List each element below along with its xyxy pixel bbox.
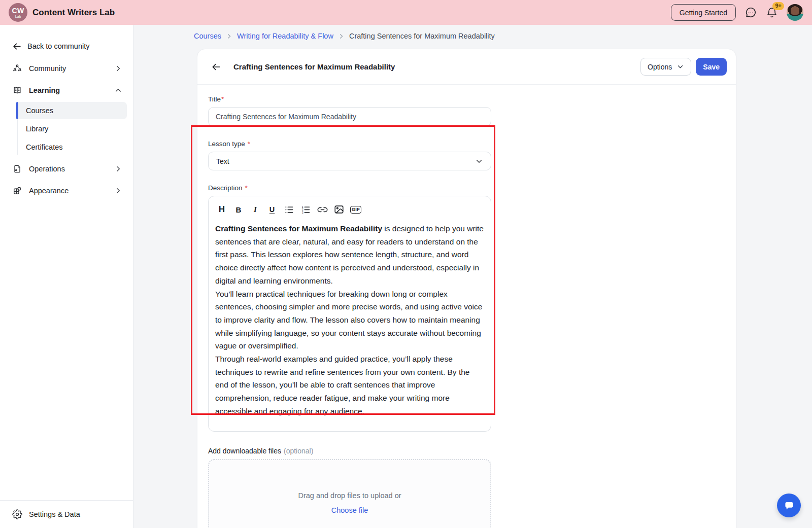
chevron-right-icon (226, 33, 232, 40)
underline-icon[interactable]: U (265, 203, 279, 216)
back-label: Back to community (27, 42, 90, 50)
image-icon[interactable] (332, 203, 346, 216)
description-text[interactable]: Crafting Sentences for Maximum Readabili… (209, 221, 491, 418)
notification-count-badge: 9+ (772, 2, 784, 10)
description-rich-text-editor[interactable]: H B I U (208, 196, 491, 432)
bullet-list-icon[interactable] (282, 203, 296, 216)
back-arrow-icon (12, 42, 22, 51)
learning-subnav: Courses Library Certificates (16, 102, 127, 156)
sidebar-item-learning[interactable]: Learning (0, 79, 133, 101)
logo-text: CW (12, 7, 24, 14)
save-button[interactable]: Save (696, 58, 727, 76)
options-button[interactable]: Options (640, 58, 691, 76)
learning-book-icon (12, 85, 22, 95)
community-icon (12, 63, 22, 74)
sidebar-item-appearance[interactable]: Appearance (0, 180, 133, 201)
chevron-down-icon (475, 157, 483, 165)
required-asterisk: * (221, 95, 224, 103)
lesson-editor-card: Crafting Sentences for Maximum Readabili… (197, 49, 736, 528)
back-button[interactable] (211, 62, 221, 72)
gif-icon[interactable]: GIF (349, 203, 363, 216)
sidebar-item-label: Learning (29, 86, 60, 94)
sidebar-item-library[interactable]: Library (16, 120, 127, 137)
downloadable-files-label: Add downloadable files (optional) (208, 447, 502, 455)
dropzone-text: Drag and drop files to upload or (298, 491, 401, 500)
app-title: Content Writers Lab (32, 8, 115, 18)
sidebar-item-label: Operations (29, 165, 65, 173)
gear-icon (12, 509, 22, 519)
sidebar-item-courses[interactable]: Courses (16, 102, 127, 119)
sidebar-item-label: Appearance (29, 187, 69, 195)
description-paragraph-text: is designed to help you write sentences … (215, 224, 484, 285)
bold-icon[interactable]: B (231, 203, 246, 216)
sidebar-item-certificates[interactable]: Certificates (16, 138, 127, 156)
description-label-text: Description (208, 184, 243, 192)
breadcrumb-courses-link[interactable]: Courses (194, 32, 221, 40)
numbered-list-icon[interactable]: 1 2 3 (298, 203, 313, 216)
description-field-label: Description* (208, 184, 502, 192)
main-content: Courses Writing for Readability & Flow C… (133, 25, 812, 528)
chevron-right-icon (114, 64, 122, 73)
page-title: Crafting Sentences for Maximum Readabili… (233, 62, 395, 71)
description-paragraph: Through real-world examples and guided p… (215, 353, 484, 418)
heading-icon[interactable]: H (215, 203, 229, 216)
lesson-type-field-label: Lesson type* (208, 140, 502, 148)
description-paragraph: Crafting Sentences for Maximum Readabili… (215, 222, 484, 288)
lesson-type-label-text: Lesson type (208, 140, 245, 148)
chevron-right-icon (114, 187, 122, 195)
chevron-down-icon (676, 63, 684, 71)
lesson-type-value: Text (216, 157, 229, 165)
required-asterisk: * (245, 184, 248, 192)
notifications-button[interactable]: 9+ (766, 7, 778, 19)
subitem-label: Library (26, 125, 48, 133)
choose-file-link[interactable]: Choose file (331, 506, 368, 514)
file-dropzone[interactable]: Drag and drop files to upload or Choose … (208, 459, 491, 528)
lesson-type-select[interactable]: Text (208, 152, 491, 170)
chat-bubble-icon (783, 499, 796, 512)
lesson-form: Title* Lesson type* Text Description* (197, 85, 502, 528)
svg-text:3: 3 (301, 210, 303, 214)
header-actions: Getting Started 9+ (671, 4, 803, 21)
breadcrumb-course-link[interactable]: Writing for Readability & Flow (237, 32, 333, 40)
chat-widget-button[interactable] (777, 494, 801, 517)
chevron-right-icon (338, 33, 345, 40)
appearance-layout-icon (12, 186, 22, 196)
getting-started-button[interactable]: Getting Started (671, 4, 736, 21)
chevron-up-icon (114, 86, 122, 94)
required-asterisk: * (248, 140, 250, 148)
messages-button[interactable] (745, 6, 757, 19)
subitem-label: Courses (26, 107, 53, 115)
operations-document-icon (12, 164, 22, 174)
chat-bubble-icon (745, 6, 757, 19)
sidebar-item-label: Community (29, 64, 66, 73)
description-bold-lead: Crafting Sentences for Maximum Readabili… (215, 224, 382, 233)
logo-subtext: Lab (15, 15, 21, 18)
subitem-label: Certificates (26, 143, 63, 151)
breadcrumb: Courses Writing for Readability & Flow C… (194, 32, 495, 40)
card-header: Crafting Sentences for Maximum Readabili… (197, 49, 736, 85)
sidebar-item-operations[interactable]: Operations (0, 158, 133, 180)
settings-and-data-link[interactable]: Settings & Data (0, 500, 133, 528)
editor-toolbar: H B I U (209, 203, 491, 221)
sidebar-nav: Community Learning (0, 57, 133, 201)
gif-label: GIF (350, 206, 362, 214)
title-input[interactable] (208, 107, 491, 126)
description-paragraph: You’ll learn practical techniques for br… (215, 288, 484, 353)
italic-icon[interactable]: I (248, 203, 262, 216)
sidebar: Back to community Community (0, 25, 133, 528)
settings-label: Settings & Data (29, 510, 80, 518)
app-logo: CW Lab (9, 3, 27, 22)
back-to-community-link[interactable]: Back to community (12, 39, 121, 53)
files-optional-note: (optional) (284, 447, 313, 455)
options-label: Options (648, 63, 672, 71)
chevron-right-icon (114, 165, 122, 173)
title-field-label: Title* (208, 95, 502, 103)
card-actions: Options Save (640, 58, 727, 76)
files-label-text: Add downloadable files (208, 447, 281, 455)
user-avatar[interactable] (787, 4, 803, 21)
title-label-text: Title (208, 95, 221, 103)
link-icon[interactable] (315, 203, 329, 216)
breadcrumb-current: Crafting Sentences for Maximum Readabili… (349, 32, 495, 40)
top-header: CW Lab Content Writers Lab Getting Start… (0, 0, 812, 25)
sidebar-item-community[interactable]: Community (0, 57, 133, 79)
